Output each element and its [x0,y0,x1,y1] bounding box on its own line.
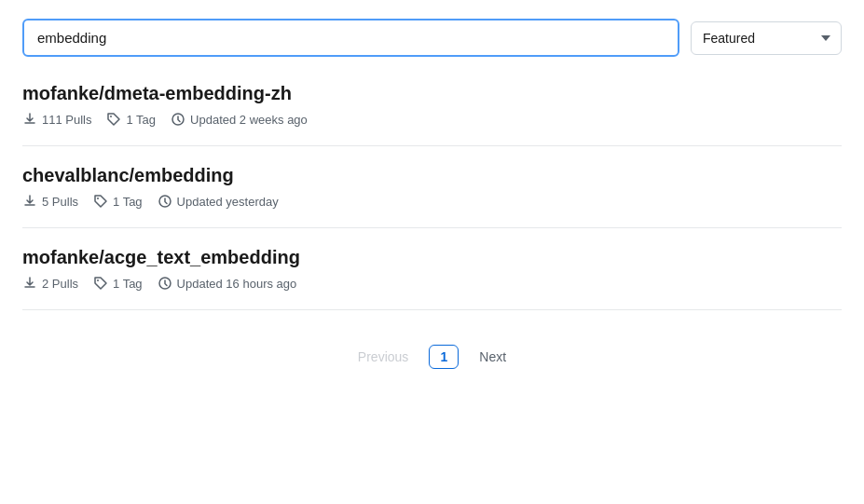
tags-meta: 1 Tag [93,276,143,291]
clock-icon [171,112,185,127]
next-button[interactable]: Next [470,344,515,370]
tag-icon [106,112,121,127]
updated-time: Updated yesterday [177,195,279,209]
pulls-meta: 5 Pulls [22,194,78,209]
clock-icon [158,276,172,291]
page-wrapper: FeaturedMost DownloadsMost LikesRecently… [0,0,864,407]
sort-select[interactable]: FeaturedMost DownloadsMost LikesRecently… [691,21,842,55]
svg-point-4 [97,279,99,281]
current-page[interactable]: 1 [429,345,459,369]
pagination: Previous 1 Next [22,344,842,388]
pulls-meta: 2 Pulls [22,276,78,291]
tag-icon [93,194,108,209]
result-item: mofanke/dmeta-embedding-zh 111 Pulls [22,79,842,146]
result-title[interactable]: chevalblanc/embedding [22,165,842,186]
tags-meta: 1 Tag [106,112,156,127]
updated-time: Updated 2 weeks ago [190,113,308,127]
pulls-meta: 111 Pulls [22,112,91,127]
pulls-count: 5 Pulls [42,195,78,209]
svg-point-0 [110,116,112,117]
pulls-count: 2 Pulls [42,277,78,291]
pulls-count: 111 Pulls [42,113,91,127]
result-meta: 111 Pulls 1 Tag [22,112,842,127]
tag-icon [93,276,108,291]
clock-icon [158,194,172,209]
search-input[interactable] [22,19,679,57]
download-icon [22,112,37,127]
updated-time: Updated 16 hours ago [177,277,297,291]
sort-wrapper: FeaturedMost DownloadsMost LikesRecently… [691,21,842,55]
tags-meta: 1 Tag [93,194,143,209]
previous-button[interactable]: Previous [349,344,418,370]
result-meta: 2 Pulls 1 Tag [22,276,842,291]
updated-meta: Updated 16 hours ago [158,276,297,291]
download-icon [22,276,37,291]
updated-meta: Updated yesterday [158,194,279,209]
search-bar: FeaturedMost DownloadsMost LikesRecently… [22,19,842,57]
result-meta: 5 Pulls 1 Tag [22,194,842,209]
tags-count: 1 Tag [113,195,143,209]
result-title[interactable]: mofanke/dmeta-embedding-zh [22,83,842,104]
svg-point-2 [97,198,99,199]
results-list: mofanke/dmeta-embedding-zh 111 Pulls [22,79,842,310]
result-title[interactable]: mofanke/acge_text_embedding [22,247,842,268]
download-icon [22,194,37,209]
updated-meta: Updated 2 weeks ago [171,112,308,127]
result-item: mofanke/acge_text_embedding 2 Pulls [22,228,842,310]
result-item: chevalblanc/embedding 5 Pulls [22,146,842,228]
tags-count: 1 Tag [126,113,156,127]
tags-count: 1 Tag [113,277,143,291]
